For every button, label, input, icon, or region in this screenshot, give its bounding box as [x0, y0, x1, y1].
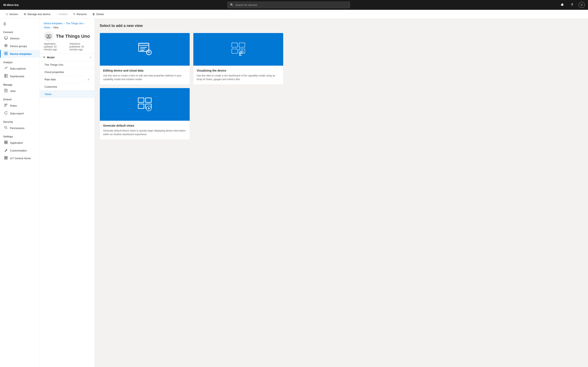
sidebar-item-iot-central-home[interactable]: IoT Central Home	[0, 154, 39, 162]
sidebar-item-devices[interactable]: Devices	[0, 34, 39, 42]
section-security: Security	[0, 117, 39, 124]
sidebar-item-data-export[interactable]: Data export	[0, 109, 39, 117]
svg-rect-5	[4, 75, 6, 75]
sidebar-item-permissions[interactable]: Permissions	[0, 124, 39, 132]
dashboards-icon	[4, 74, 8, 78]
publish-button[interactable]: ↑ Publish	[54, 11, 70, 17]
view-cards-grid: Editing device and cloud data Use this v…	[100, 33, 283, 140]
view-card-visualizing[interactable]: Visualizing the device Use this view to …	[193, 33, 283, 85]
model-panel: Device templates › The Things Uno › View…	[40, 19, 95, 367]
permissions-icon	[4, 126, 8, 130]
version-button[interactable]: ⬡ Version	[3, 11, 20, 17]
manage-test-device-button[interactable]: ⚙ Manage test device	[21, 11, 53, 17]
model-nav-cloud-properties[interactable]: Cloud properties	[40, 68, 95, 76]
search-icon: 🔍	[230, 3, 233, 7]
delete-button[interactable]: 🗑 Delete	[90, 11, 106, 17]
toolbar: ⬡ Version ⚙ Manage test device ↑ Publish…	[0, 10, 588, 19]
sidebar-item-customization-label: Customization	[10, 149, 27, 152]
breadcrumb-sep-1: ›	[64, 22, 65, 25]
model-nav-collapse-arrow[interactable]: ‹	[90, 56, 91, 59]
view-card-visualizing-body: Visualizing the device Use this view to …	[193, 66, 283, 84]
breadcrumb-things-uno[interactable]: The Things Uno	[66, 22, 83, 25]
sidebar-item-customization[interactable]: Customization	[0, 147, 39, 154]
main-layout: ☰ Connect Devices Device groups Device t…	[0, 19, 588, 367]
rename-button[interactable]: ✎ Rename	[71, 11, 89, 17]
publish-icon: ↑	[56, 13, 58, 16]
device-groups-icon	[4, 44, 8, 48]
sidebar-item-device-groups[interactable]: Device groups	[0, 42, 39, 50]
view-card-editing-body: Editing device and cloud data Use this v…	[100, 66, 190, 84]
view-card-visualizing-desc: Use this view to create a rich dashboard…	[197, 74, 280, 81]
device-meta: Application updated: 42 minutes ago Inte…	[44, 42, 90, 51]
view-card-editing-title: Editing device and cloud data	[103, 69, 186, 72]
rules-icon	[4, 103, 8, 108]
avatar[interactable]: U	[579, 2, 585, 8]
topbar: tti-docs-ica 🔍 ? U	[0, 0, 588, 10]
device-published: Interfaces published: 42 minutes ago	[69, 42, 90, 51]
section-extend: Extend	[0, 95, 39, 102]
model-nav-title: Model	[47, 56, 55, 59]
iot-central-home-icon	[4, 156, 8, 160]
right-panel: Select to add a new view	[95, 19, 588, 367]
device-updated: Application updated: 42 minutes ago	[44, 42, 65, 51]
model-nav-header[interactable]: ▼ Model ‹	[40, 54, 95, 61]
settings-icon[interactable]	[559, 2, 566, 8]
sidebar-item-rules[interactable]: Rules	[0, 102, 39, 109]
application-icon	[4, 141, 8, 145]
section-settings: Settings	[0, 132, 39, 139]
view-card-generate[interactable]: Generate default views Generate default …	[100, 88, 190, 140]
svg-rect-39	[138, 98, 144, 102]
topbar-actions: ? U	[559, 2, 585, 8]
sidebar-item-data-export-label: Data export	[10, 112, 24, 115]
rename-icon: ✎	[73, 13, 75, 16]
jobs-icon	[4, 89, 8, 93]
sidebar-toggle[interactable]: ☰	[0, 20, 39, 27]
svg-rect-40	[146, 98, 151, 102]
sidebar-item-dashboards[interactable]: Dashboards	[0, 72, 39, 80]
breadcrumb-device-templates[interactable]: Device templates	[44, 22, 62, 25]
view-card-editing[interactable]: Editing device and cloud data Use this v…	[100, 33, 190, 85]
sidebar-item-application-label: Application	[10, 141, 23, 144]
sidebar: ☰ Connect Devices Device groups Device t…	[0, 19, 40, 367]
device-icon	[44, 31, 53, 41]
svg-rect-30	[239, 43, 245, 47]
search-bar[interactable]: 🔍	[227, 2, 350, 8]
model-nav-customize[interactable]: Customize	[40, 83, 95, 91]
sidebar-item-device-templates[interactable]: Device templates	[0, 50, 39, 58]
model-nav-raw-data[interactable]: Raw data ⤢	[40, 76, 95, 83]
model-nav-things-uno[interactable]: The Things Uno	[40, 61, 95, 68]
sidebar-item-jobs[interactable]: Jobs	[0, 87, 39, 95]
view-card-generate-desc: Generate default device views to quickly…	[103, 129, 186, 136]
sidebar-item-data-explorer[interactable]: Data explorer	[0, 65, 39, 72]
sidebar-item-permissions-label: Permissions	[10, 127, 25, 130]
sidebar-item-rules-label: Rules	[10, 104, 17, 107]
model-nav-views[interactable]: Views	[40, 91, 95, 98]
svg-rect-0	[4, 37, 7, 39]
device-title-row: The Things Uno	[44, 31, 90, 41]
breadcrumb-views[interactable]: Views	[44, 26, 50, 29]
breadcrumb-sep-2: ›	[84, 22, 85, 25]
device-name: The Things Uno	[56, 34, 90, 39]
customization-icon	[4, 148, 8, 153]
data-export-icon	[4, 111, 8, 116]
breadcrumb: Device templates › The Things Uno › View…	[44, 22, 90, 29]
svg-rect-31	[232, 49, 237, 53]
model-collapse-icon: ▼	[43, 56, 45, 59]
sidebar-item-device-templates-label: Device templates	[10, 52, 32, 55]
devices-icon	[4, 36, 8, 41]
svg-rect-16	[6, 142, 7, 144]
section-analyze: Analyze	[0, 58, 39, 65]
sidebar-item-application[interactable]: Application	[0, 139, 39, 147]
svg-rect-17	[4, 156, 6, 158]
data-explorer-icon	[4, 66, 8, 71]
device-name-block: The Things Uno	[56, 34, 90, 39]
sidebar-item-devices-label: Devices	[10, 37, 19, 40]
svg-rect-14	[6, 141, 7, 142]
svg-point-11	[5, 106, 6, 107]
help-icon[interactable]: ?	[569, 2, 575, 8]
svg-rect-13	[4, 141, 6, 142]
search-input[interactable]	[235, 3, 347, 7]
svg-rect-15	[4, 142, 6, 144]
svg-rect-7	[6, 75, 7, 77]
svg-rect-41	[138, 104, 144, 108]
